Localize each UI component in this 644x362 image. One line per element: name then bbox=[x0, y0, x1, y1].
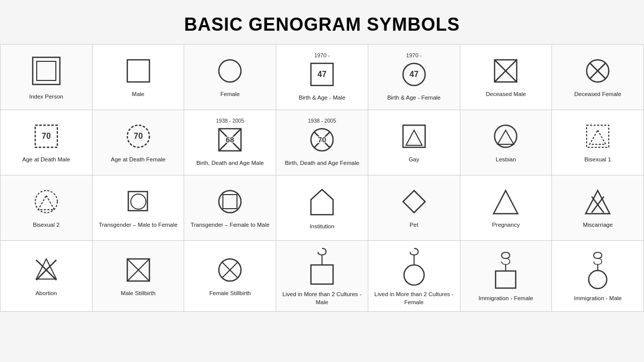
label-bisexual2: Bisexual 2 bbox=[33, 221, 59, 229]
cell-lived-cultures-female: Lived in More than 2 Cultures - Female bbox=[368, 241, 460, 312]
symbol-abortion bbox=[31, 255, 61, 285]
svg-point-62 bbox=[589, 270, 607, 289]
label-male-stillbirth: Male Stillbirth bbox=[121, 289, 155, 297]
cell-age-death-female: 70 Age at Death Female bbox=[93, 110, 185, 175]
cell-transgender-female-male: Transgender – Female to Male bbox=[184, 175, 276, 241]
label-institution: Institution bbox=[309, 222, 334, 230]
label-female-stillbirth: Female Stillbirth bbox=[209, 289, 251, 297]
label-deceased-female: Deceased Female bbox=[574, 90, 621, 98]
label-birth-death-age-female: Birth, Death and Age Female bbox=[285, 159, 359, 167]
cell-bisexual1: Bisexual 1 bbox=[552, 110, 644, 175]
cell-bisexual2: Bisexual 2 bbox=[1, 175, 93, 241]
label-immigration-male: Immigration - Male bbox=[574, 294, 622, 302]
label-index-person: Index Person bbox=[29, 93, 63, 101]
symbol-pregnancy bbox=[491, 187, 521, 217]
cell-immigration-male: Immigration - Male bbox=[552, 241, 644, 312]
symbol-institution bbox=[307, 186, 337, 218]
label-miscarriage: Miscarriage bbox=[583, 221, 612, 229]
svg-rect-60 bbox=[496, 271, 516, 288]
cell-lived-cultures-male: Lived in More than 2 Cultures - Male bbox=[276, 241, 368, 312]
cell-male-stillbirth: Male Stillbirth bbox=[93, 241, 185, 312]
symbol-lesbian bbox=[491, 121, 521, 151]
symbol-female-stillbirth bbox=[215, 255, 245, 285]
symbol-female bbox=[215, 56, 245, 86]
label-age-death-male: Age at Death Male bbox=[22, 155, 70, 163]
symbol-age-death-male: 70 bbox=[31, 121, 61, 151]
cell-abortion: Abortion bbox=[1, 241, 93, 312]
cell-birth-age-female: 1970 - 47 Birth & Age - Female bbox=[368, 45, 460, 110]
cell-deceased-male: Deceased Male bbox=[460, 45, 552, 110]
symbol-age-death-female: 70 bbox=[123, 121, 153, 151]
svg-point-38 bbox=[219, 191, 241, 213]
svg-marker-35 bbox=[38, 196, 54, 210]
cell-female-stillbirth: Female Stillbirth bbox=[184, 241, 276, 312]
symbol-male bbox=[123, 56, 153, 86]
symbol-miscarriage bbox=[583, 187, 613, 217]
label-female: Female bbox=[220, 90, 239, 98]
cell-female: Female bbox=[184, 45, 276, 110]
cell-birth-death-age-female: 1938 - 2005 70 70 Birth, Death and Age F… bbox=[276, 110, 368, 175]
cell-age-death-male: 70 Age at Death Male bbox=[1, 110, 93, 175]
svg-text:70: 70 bbox=[134, 132, 143, 140]
svg-rect-39 bbox=[223, 195, 237, 209]
symbol-immigration-female bbox=[491, 250, 521, 290]
symbol-birth-death-age-female: 1938 - 2005 70 70 bbox=[307, 118, 337, 155]
label-age-death-female: Age at Death Female bbox=[111, 155, 166, 163]
svg-text:47: 47 bbox=[317, 70, 327, 78]
cell-pregnancy: Pregnancy bbox=[460, 175, 552, 241]
cell-pet: Pet bbox=[368, 175, 460, 241]
symbol-male-stillbirth bbox=[123, 255, 153, 285]
symbol-bisexual1 bbox=[583, 121, 613, 151]
symbol-pet bbox=[399, 187, 429, 217]
symbol-lived-cultures-female bbox=[399, 246, 429, 286]
label-lesbian: Lesbian bbox=[496, 155, 516, 163]
svg-rect-1 bbox=[37, 61, 56, 80]
symbol-birth-death-age-male: 1938 - 2005 68 68 bbox=[215, 118, 245, 155]
cell-birth-age-male: 1970 - 47 Birth & Age - Male bbox=[276, 45, 368, 110]
cell-birth-death-age-male: 1938 - 2005 68 68 Birth, Death and Age M… bbox=[184, 110, 276, 175]
symbol-immigration-male bbox=[583, 250, 613, 290]
svg-marker-31 bbox=[498, 130, 514, 144]
symbol-index-person bbox=[29, 53, 64, 88]
cell-gay: Gay bbox=[368, 110, 460, 175]
label-birth-age-male: Birth & Age - Male bbox=[299, 94, 346, 102]
symbol-lived-cultures-male bbox=[307, 246, 337, 286]
label-birth-age-female: Birth & Age - Female bbox=[387, 94, 441, 102]
svg-marker-33 bbox=[590, 130, 606, 144]
svg-marker-48 bbox=[36, 259, 56, 279]
svg-marker-29 bbox=[406, 130, 422, 145]
cell-transgender-male-female: Transgender – Male to Female bbox=[93, 175, 185, 241]
symbol-gay bbox=[399, 121, 429, 151]
label-immigration-female: Immigration - Female bbox=[478, 294, 533, 302]
svg-text:47: 47 bbox=[410, 70, 419, 78]
label-abortion: Abortion bbox=[35, 289, 57, 297]
svg-point-58 bbox=[404, 265, 424, 285]
svg-text:70: 70 bbox=[318, 135, 327, 144]
svg-text:68: 68 bbox=[226, 135, 234, 144]
label-birth-death-age-male: Birth, Death and Age Male bbox=[196, 159, 264, 167]
svg-point-37 bbox=[131, 194, 146, 209]
label-pregnancy: Pregnancy bbox=[492, 221, 520, 229]
label-bisexual1: Bisexual 1 bbox=[585, 155, 611, 163]
symbol-birth-age-female: 1970 - 47 bbox=[399, 52, 429, 89]
svg-point-3 bbox=[219, 60, 241, 82]
symbol-deceased-female bbox=[583, 56, 613, 86]
cell-immigration-female: Immigration - Female bbox=[460, 241, 552, 312]
cell-male: Male bbox=[93, 45, 185, 110]
label-deceased-male: Deceased Male bbox=[486, 90, 526, 98]
page-title: BASIC GENOGRAM SYMBOLS bbox=[0, 0, 644, 44]
svg-rect-56 bbox=[311, 265, 333, 284]
cell-deceased-female: Deceased Female bbox=[552, 45, 644, 110]
svg-marker-42 bbox=[494, 191, 518, 214]
cell-miscarriage: Miscarriage bbox=[552, 175, 644, 241]
cell-institution: Institution bbox=[276, 175, 368, 241]
symbol-transgender-male-female bbox=[123, 187, 153, 217]
svg-marker-40 bbox=[311, 190, 333, 215]
symbol-birth-age-male: 1970 - 47 bbox=[307, 52, 337, 89]
svg-rect-2 bbox=[127, 60, 149, 82]
label-lived-cultures-female: Lived in More than 2 Cultures - Female bbox=[371, 290, 457, 306]
cell-index-person: Index Person bbox=[1, 45, 93, 110]
label-male: Male bbox=[132, 90, 144, 98]
symbol-transgender-female-male bbox=[215, 187, 245, 217]
label-gay: Gay bbox=[409, 155, 419, 163]
